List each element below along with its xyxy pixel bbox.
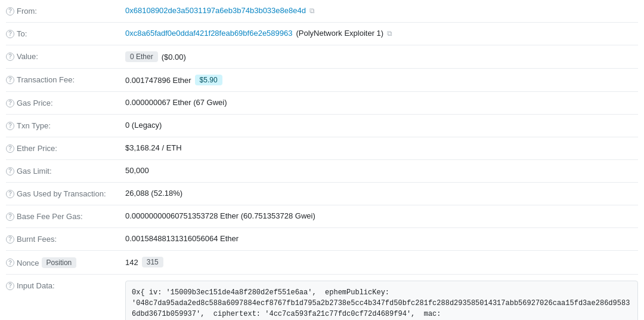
- row-gas-price: ? Gas Price: 0.000000067 Ether (67 Gwei): [6, 92, 638, 115]
- row-ether-price: ? Ether Price: $3,168.24 / ETH: [6, 137, 638, 160]
- copy-from-icon[interactable]: ⧉: [309, 7, 315, 15]
- value-gas-used: 26,088 (52.18%): [125, 189, 638, 198]
- value-gas-price: 0.000000067 Ether (67 Gwei): [125, 98, 638, 107]
- row-gas-used: ? Gas Used by Transaction: 26,088 (52.18…: [6, 183, 638, 205]
- label-base-fee-text: Base Fee Per Gas:: [17, 212, 83, 221]
- label-gas-limit: ? Gas Limit:: [6, 166, 125, 176]
- help-icon-to[interactable]: ?: [6, 30, 14, 38]
- label-txn-type-text: Txn Type:: [17, 121, 51, 130]
- value-input-data: 0x{ iv: '15009b3ec151de4a8f280d2ef551e6a…: [125, 281, 638, 320]
- help-icon-txn-type[interactable]: ?: [6, 122, 14, 130]
- position-badge: Position: [42, 257, 77, 268]
- help-icon-gas-limit[interactable]: ?: [6, 167, 14, 176]
- label-gas-price-text: Gas Price:: [17, 99, 53, 107]
- transaction-details: ? From: 0x68108902de3a5031197a6eb3b74b3b…: [0, 0, 644, 320]
- row-value: ? Value: 0 Ether ($0.00): [6, 45, 638, 69]
- label-transaction-fee-text: Transaction Fee:: [17, 75, 75, 84]
- label-gas-limit-text: Gas Limit:: [17, 167, 52, 176]
- help-icon-transaction-fee[interactable]: ?: [6, 76, 14, 84]
- label-value-text: Value:: [17, 52, 38, 61]
- label-gas-price: ? Gas Price:: [6, 98, 125, 107]
- gas-used-value: 26,088 (52.18%): [125, 189, 182, 198]
- row-nonce: ? Nonce Position 142 315: [6, 251, 638, 275]
- row-txn-type: ? Txn Type: 0 (Legacy): [6, 115, 638, 137]
- row-base-fee: ? Base Fee Per Gas: 0.000000000607513537…: [6, 205, 638, 228]
- label-ether-price: ? Ether Price:: [6, 143, 125, 153]
- value-txn-type: 0 (Legacy): [125, 121, 638, 130]
- label-gas-used: ? Gas Used by Transaction:: [6, 189, 125, 198]
- input-data-content[interactable]: 0x{ iv: '15009b3ec151de4a8f280d2ef551e6a…: [125, 281, 638, 320]
- gas-price-value: 0.000000067 Ether (67 Gwei): [125, 98, 227, 107]
- help-icon-value[interactable]: ?: [6, 53, 14, 61]
- value-nonce: 142 315: [125, 257, 638, 267]
- label-txn-type: ? Txn Type:: [6, 121, 125, 130]
- position-value: 315: [142, 257, 163, 267]
- value-gas-limit: 50,000: [125, 166, 638, 175]
- transaction-fee-usd-badge: $5.90: [195, 75, 222, 85]
- row-input-data: ? Input Data: 0x{ iv: '15009b3ec151de4a8…: [6, 275, 638, 320]
- to-tag: (PolyNetwork Exploiter 1): [296, 29, 384, 38]
- label-from: ? From:: [6, 6, 125, 16]
- label-nonce-text: Nonce: [17, 259, 39, 267]
- row-to: ? To: 0xc8a65fadf0e0ddaf421f28feab69bf6e…: [6, 23, 638, 45]
- label-to-text: To:: [17, 29, 27, 38]
- value-transaction-fee: 0.001747896 Ether $5.90: [125, 75, 638, 85]
- value-ether-price: $3,168.24 / ETH: [125, 143, 638, 152]
- help-icon-ether-price[interactable]: ?: [6, 144, 14, 153]
- value-burnt-fees: 0.00158488131316056064 Ether: [125, 234, 638, 243]
- value-badge: 0 Ether: [125, 51, 158, 62]
- help-icon-burnt-fees[interactable]: ?: [6, 235, 14, 244]
- label-input-data-text: Input Data:: [17, 281, 55, 290]
- gas-limit-value: 50,000: [125, 166, 149, 175]
- value-value: 0 Ether ($0.00): [125, 51, 638, 62]
- transaction-fee-amount: 0.001747896 Ether: [125, 76, 191, 85]
- base-fee-value: 0.00000000060751353728 Ether (60.7513537…: [125, 211, 315, 220]
- ether-price-value: $3,168.24 / ETH: [125, 143, 182, 152]
- help-icon-nonce[interactable]: ?: [6, 259, 14, 267]
- nonce-value: 142: [125, 258, 138, 267]
- to-address-link[interactable]: 0xc8a65fadf0e0ddaf421f28feab69bf6e2e5899…: [125, 29, 293, 38]
- label-transaction-fee: ? Transaction Fee:: [6, 75, 125, 84]
- label-input-data: ? Input Data:: [6, 281, 125, 290]
- row-gas-limit: ? Gas Limit: 50,000: [6, 160, 638, 183]
- label-to: ? To:: [6, 29, 125, 38]
- row-burnt-fees: ? Burnt Fees: 0.00158488131316056064 Eth…: [6, 228, 638, 251]
- label-value: ? Value:: [6, 51, 125, 61]
- label-base-fee: ? Base Fee Per Gas:: [6, 211, 125, 221]
- row-transaction-fee: ? Transaction Fee: 0.001747896 Ether $5.…: [6, 69, 638, 92]
- value-from: 0x68108902de3a5031197a6eb3b74b3b033e8e8e…: [125, 6, 638, 15]
- txn-type-value: 0 (Legacy): [125, 121, 162, 130]
- row-from: ? From: 0x68108902de3a5031197a6eb3b74b3b…: [6, 0, 638, 23]
- label-ether-price-text: Ether Price:: [17, 144, 57, 153]
- value-base-fee: 0.00000000060751353728 Ether (60.7513537…: [125, 211, 638, 220]
- label-nonce: ? Nonce Position: [6, 257, 125, 268]
- label-burnt-fees: ? Burnt Fees:: [6, 234, 125, 244]
- help-icon-gas-used[interactable]: ?: [6, 190, 14, 198]
- label-burnt-fees-text: Burnt Fees:: [17, 235, 57, 244]
- value-usd: ($0.00): [162, 53, 186, 61]
- from-address-link[interactable]: 0x68108902de3a5031197a6eb3b74b3b033e8e8e…: [125, 6, 306, 15]
- value-to: 0xc8a65fadf0e0ddaf421f28feab69bf6e2e5899…: [125, 29, 638, 38]
- help-icon-from[interactable]: ?: [6, 7, 14, 16]
- burnt-fees-value: 0.00158488131316056064 Ether: [125, 234, 239, 243]
- help-icon-gas-price[interactable]: ?: [6, 99, 14, 107]
- help-icon-base-fee[interactable]: ?: [6, 213, 14, 221]
- label-gas-used-text: Gas Used by Transaction:: [17, 189, 106, 198]
- label-from-text: From:: [17, 7, 37, 16]
- help-icon-input-data[interactable]: ?: [6, 282, 14, 290]
- copy-to-icon[interactable]: ⧉: [387, 29, 392, 38]
